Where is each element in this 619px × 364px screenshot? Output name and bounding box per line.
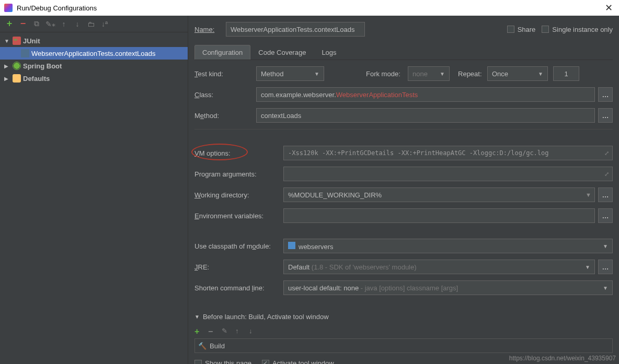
share-checkbox[interactable]: Share — [507, 26, 536, 33]
classpath-select[interactable]: webservers ▼ — [283, 239, 613, 253]
tree-node-spring-boot[interactable]: ▶ Spring Boot — [0, 60, 188, 72]
tab-code-coverage[interactable]: Code Coverage — [250, 45, 314, 60]
tree-node-junit[interactable]: ▼ JUnit — [0, 34, 188, 47]
settings-icon[interactable]: ✎⁎ — [46, 20, 54, 28]
repeat-select[interactable]: Once ▼ — [487, 66, 548, 81]
env-vars-input[interactable] — [283, 208, 595, 223]
test-kind-label: Test kind: — [194, 70, 256, 78]
remove-task-icon[interactable]: − — [208, 327, 216, 336]
class-input[interactable]: com.example.webserver.WebserverApplicati… — [256, 87, 595, 102]
remove-config-icon[interactable]: − — [19, 20, 27, 28]
edit-task-icon[interactable]: ✎ — [222, 327, 230, 336]
build-icon: 🔨 — [198, 342, 207, 350]
move-down-icon[interactable]: ↓ — [73, 20, 82, 28]
folder-icon[interactable]: 🗀 — [87, 20, 95, 28]
tree-label: Defaults — [23, 75, 50, 83]
working-dir-input[interactable]: %MODULE_WORKING_DIR% ▼ — [283, 187, 595, 202]
sort-icon[interactable]: ↓ª — [100, 20, 109, 28]
before-launch-header[interactable]: ▼ Before launch: Build, Activate tool wi… — [194, 313, 613, 321]
spring-boot-icon — [13, 62, 21, 70]
config-tree: ▼ JUnit WebserverApplicationTests.contex… — [0, 32, 188, 87]
copy-config-icon[interactable]: ⧉ — [32, 20, 41, 28]
fork-mode-value: none — [412, 70, 428, 78]
test-kind-select[interactable]: Method ▼ — [256, 66, 324, 81]
close-icon[interactable]: ✕ — [603, 2, 615, 14]
chevron-down-icon: ▼ — [603, 285, 608, 291]
left-panel: + − ⧉ ✎⁎ ↑ ↓ 🗀 ↓ª ▼ JUnit WebserverAppli… — [0, 16, 188, 364]
jre-hint: (1.8 - SDK of 'webservers' module) — [312, 263, 417, 271]
module-icon — [288, 242, 295, 249]
move-up-icon[interactable]: ↑ — [60, 20, 68, 28]
name-row: Name: Share Single instance only — [194, 22, 613, 37]
method-value: contextLoads — [261, 112, 301, 120]
fork-mode-select[interactable]: none ▼ — [408, 66, 450, 81]
titlebar: Run/Debug Configurations ✕ — [0, 0, 619, 16]
junit-icon — [13, 37, 21, 45]
vm-options-input[interactable]: -Xss120k -XX:+PrintGCDetails -XX:+PrintH… — [283, 146, 613, 160]
move-down-icon[interactable]: ↓ — [249, 327, 257, 336]
add-config-icon[interactable]: + — [5, 20, 14, 28]
chevron-down-icon: ▼ — [440, 71, 445, 77]
jre-label: JRE: — [194, 263, 283, 271]
shorten-cmd-select[interactable]: user-local default: none - java [options… — [283, 280, 613, 295]
tab-logs[interactable]: Logs — [314, 45, 344, 60]
browse-env-button[interactable]: … — [598, 208, 613, 223]
chevron-down-icon: ▼ — [585, 264, 590, 270]
config-toolbar: + − ⧉ ✎⁎ ↑ ↓ 🗀 ↓ª — [0, 16, 188, 32]
tree-node-junit-child[interactable]: WebserverApplicationTests.contextLoads — [0, 47, 188, 60]
browse-method-button[interactable]: … — [598, 108, 613, 123]
single-instance-checkbox[interactable]: Single instance only — [542, 26, 613, 33]
single-instance-label: Single instance only — [552, 26, 613, 33]
show-this-page-checkbox[interactable]: Show this page — [194, 359, 251, 364]
expand-arrow-icon[interactable]: ▼ — [4, 38, 10, 44]
browse-jre-button[interactable]: … — [598, 260, 613, 274]
expand-arrow-icon[interactable]: ▶ — [4, 63, 10, 69]
program-args-label: Program arguments: — [194, 170, 283, 178]
activate-tool-window-label: Activate tool window — [272, 359, 334, 364]
repeat-label: Repeat: — [458, 70, 487, 78]
expand-icon[interactable]: ⤢ — [604, 150, 609, 157]
app-icon — [4, 4, 13, 12]
name-input[interactable] — [226, 22, 365, 37]
classpath-value: webservers — [299, 243, 333, 251]
chevron-down-icon: ▼ — [603, 243, 608, 249]
vm-options-value: -Xss120k -XX:+PrintGCDetails -XX:+PrintH… — [288, 149, 549, 157]
chevron-down-icon[interactable]: ▼ — [586, 192, 591, 198]
show-this-page-label: Show this page — [205, 359, 251, 364]
activate-tool-window-checkbox[interactable]: ✓ Activate tool window — [262, 359, 334, 364]
before-launch-list[interactable]: 🔨 Build — [194, 338, 613, 353]
window-title: Run/Debug Configurations — [17, 4, 603, 12]
vm-options-label: VM options: — [194, 149, 283, 157]
collapse-arrow-icon: ▼ — [194, 314, 200, 320]
jre-value: Default — [288, 263, 312, 271]
repeat-count-input[interactable] — [553, 66, 579, 81]
move-up-icon[interactable]: ↑ — [235, 327, 244, 336]
tree-node-defaults[interactable]: ▶ Defaults — [0, 72, 188, 85]
browse-class-button[interactable]: … — [598, 87, 613, 102]
shorten-cmd-label: Shorten command line: — [194, 284, 283, 292]
chevron-down-icon: ▼ — [538, 71, 543, 77]
class-prefix: com.example.webserver. — [261, 91, 336, 99]
class-name: WebserverApplicationTests — [336, 91, 418, 99]
expand-arrow-icon[interactable]: ▶ — [4, 76, 10, 81]
defaults-icon — [13, 74, 21, 83]
tab-configuration[interactable]: Configuration — [194, 45, 250, 60]
test-kind-value: Method — [261, 70, 283, 78]
method-label: Method: — [194, 112, 256, 120]
watermark: https://blog.csdn.net/weixin_43935907 — [509, 355, 616, 362]
shorten-hint: - java [options] classname [args] — [361, 284, 458, 292]
env-vars-label: Environment variables: — [194, 212, 283, 220]
config-form: Test kind: Method ▼ Fork mode: none ▼ Re… — [194, 60, 613, 308]
expand-icon[interactable]: ⤢ — [604, 171, 609, 178]
working-dir-value: %MODULE_WORKING_DIR% — [288, 191, 382, 199]
tree-label: JUnit — [23, 37, 40, 45]
browse-workdir-button[interactable]: … — [598, 187, 613, 202]
program-args-input[interactable]: ⤢ — [283, 167, 613, 181]
name-label: Name: — [194, 26, 220, 33]
tree-label: WebserverApplicationTests.contextLoads — [31, 50, 156, 57]
repeat-value: Once — [492, 70, 508, 78]
shorten-value: user-local default: none — [288, 284, 361, 292]
add-task-icon[interactable]: + — [194, 327, 203, 336]
method-input[interactable]: contextLoads — [256, 108, 595, 123]
jre-select[interactable]: Default (1.8 - SDK of 'webservers' modul… — [283, 260, 595, 274]
